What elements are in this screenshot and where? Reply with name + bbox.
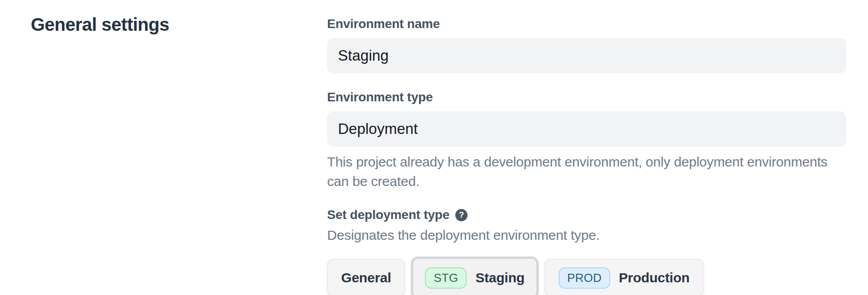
deployment-type-description: Designates the deployment environment ty… bbox=[327, 226, 846, 245]
environment-name-input[interactable] bbox=[327, 38, 846, 73]
deployment-type-options: General STG Staging PROD Production bbox=[327, 257, 846, 295]
deployment-type-field: Set deployment type ? Designates the dep… bbox=[327, 208, 846, 295]
environment-type-input[interactable] bbox=[327, 111, 846, 147]
option-label-staging: Staging bbox=[475, 270, 525, 285]
environment-type-label: Environment type bbox=[327, 90, 846, 104]
settings-form: Environment name Environment type This p… bbox=[327, 14, 846, 295]
environment-type-field: Environment type This project already ha… bbox=[327, 90, 846, 191]
option-button-production[interactable]: PROD Production bbox=[545, 259, 704, 295]
question-mark-help-icon[interactable]: ? bbox=[455, 209, 468, 221]
environment-name-field: Environment name bbox=[327, 17, 846, 73]
section-header-column: General settings bbox=[31, 14, 327, 295]
environment-type-help-text: This project already has a development e… bbox=[327, 152, 846, 191]
option-button-staging[interactable]: STG Staging bbox=[411, 257, 539, 295]
option-label-general: General bbox=[341, 270, 391, 285]
environment-name-label: Environment name bbox=[327, 17, 846, 31]
option-label-production: Production bbox=[619, 270, 690, 285]
settings-page: General settings Environment name Enviro… bbox=[0, 0, 868, 295]
deployment-type-label: Set deployment type bbox=[327, 208, 449, 222]
deployment-type-label-row: Set deployment type ? bbox=[327, 208, 846, 222]
prod-badge: PROD bbox=[559, 267, 610, 289]
option-button-general[interactable]: General bbox=[327, 259, 405, 295]
stg-badge: STG bbox=[425, 267, 467, 289]
page-title: General settings bbox=[31, 14, 327, 35]
